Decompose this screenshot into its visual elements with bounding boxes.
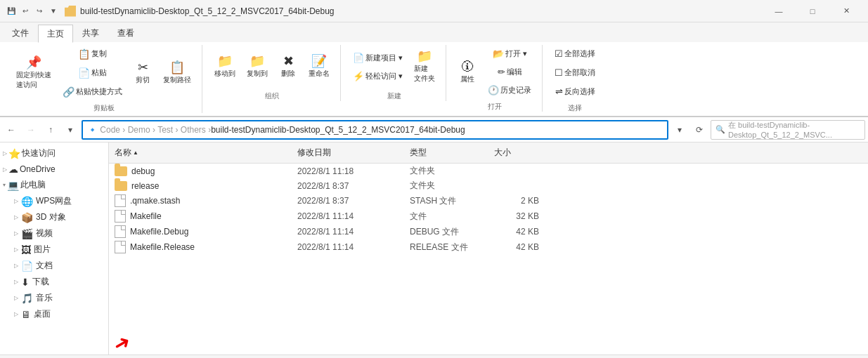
col-header-name[interactable]: 名称 ▲ — [109, 145, 292, 160]
easy-access-icon: ⚡ — [353, 72, 364, 81]
wps-cloud-icon: 🌐 — [21, 196, 33, 207]
history-button[interactable]: 🕐 历史记录 — [483, 81, 536, 99]
refresh-dropdown-button[interactable]: ▾ — [671, 121, 688, 138]
file-row-qmake[interactable]: .qmake.stash 2022/8/1 8:37 STASH 文件 2 KB — [109, 193, 868, 208]
tab-share[interactable]: 共享 — [73, 24, 108, 42]
sidebar-item-images[interactable]: ▷ 🖼 图片 — [0, 241, 108, 258]
move-to-button[interactable]: 📁 移动到 — [209, 51, 240, 82]
title-bar-window-icons: 💾 ↩ ↪ ▼ — [6, 6, 59, 17]
select-all-button[interactable]: ☑ 全部选择 — [550, 45, 600, 62]
copy-to-icon: 📁 — [250, 55, 265, 67]
sidebar-item-downloads[interactable]: ▷ ⬇ 下载 — [0, 274, 108, 290]
sidebar-item-quick-access[interactable]: ▷ ⭐ 快速访问 — [0, 145, 108, 161]
col-header-type[interactable]: 类型 — [404, 145, 488, 160]
status-bar: 6 个项目 CSDN @Cappuccino-jay — [0, 354, 868, 358]
edit-icon: ✏ — [498, 67, 505, 77]
invert-selection-button[interactable]: ⇌ 反向选择 — [550, 83, 600, 100]
file-row-makefile-release[interactable]: Makefile.Release 2022/8/1 11:14 RELEASE … — [109, 239, 868, 255]
sidebar-item-video[interactable]: ▷ 🎬 视频 — [0, 225, 108, 241]
window-icon-undo[interactable]: ↩ — [20, 6, 31, 17]
file-size-makefile-release: 42 KB — [488, 242, 545, 252]
cut-button[interactable]: ✂ 剪切 — [129, 58, 157, 88]
paste-shortcut-button[interactable]: 🔗 粘贴快捷方式 — [58, 83, 127, 100]
documents-icon: 📄 — [21, 260, 33, 272]
file-doc-icon — [115, 241, 126, 253]
paste-button[interactable]: 📄 粘贴 — [58, 64, 127, 81]
copy-button[interactable]: 📋 复制 — [58, 45, 127, 62]
file-date-makefile-debug: 2022/8/1 11:14 — [292, 227, 404, 237]
ribbon: 文件 主页 共享 查看 📌 固定到快速速访问 📋 复制 📄 — [0, 22, 868, 117]
sidebar-item-3d-objects[interactable]: ▷ 📦 3D 对象 — [0, 209, 108, 225]
sidebar-item-wps-cloud[interactable]: ▷ 🌐 WPS网盘 — [0, 193, 108, 209]
properties-button[interactable]: 🛈 属性 — [453, 57, 481, 88]
file-row-makefile[interactable]: Makefile 2022/8/1 11:14 文件 32 KB — [109, 208, 868, 224]
new-folder-button[interactable]: 📁 新建文件夹 — [409, 46, 440, 87]
up-button[interactable]: ↑ — [42, 121, 59, 138]
3d-objects-label: 3D 对象 — [36, 211, 66, 223]
window-icon-save[interactable]: 💾 — [6, 6, 17, 17]
sidebar-item-music[interactable]: ▷ 🎵 音乐 — [0, 290, 108, 306]
sidebar-item-desktop[interactable]: ▷ 🖥 桌面 — [0, 306, 108, 322]
col-header-size[interactable]: 大小 — [488, 145, 545, 160]
delete-button[interactable]: ✖ 删除 — [274, 51, 302, 82]
maximize-button[interactable]: □ — [796, 0, 829, 22]
tab-home[interactable]: 主页 — [38, 25, 73, 43]
refresh-button[interactable]: ⟳ — [691, 121, 708, 138]
this-pc-icon: 💻 — [7, 180, 19, 191]
col-header-date[interactable]: 修改日期 — [292, 145, 404, 160]
file-row-makefile-debug[interactable]: Makefile.Debug 2022/8/1 11:14 DEBUG 文件 4… — [109, 224, 868, 239]
copy-path-button[interactable]: 📋 复制路径 — [158, 58, 196, 88]
edit-button[interactable]: ✏ 编辑 — [483, 63, 536, 81]
folder-icon — [115, 181, 127, 191]
search-icon: 🔍 — [715, 125, 725, 134]
file-row-debug[interactable]: debug 2022/8/1 11:18 文件夹 — [109, 164, 868, 178]
file-date-makefile: 2022/8/1 11:14 — [292, 211, 404, 221]
file-type-debug: 文件夹 — [404, 165, 488, 177]
ribbon-content: 📌 固定到快速速访问 📋 复制 📄 粘贴 🔗 粘贴快捷方式 — [0, 42, 868, 117]
video-icon: 🎬 — [21, 228, 33, 239]
title-folder-icon — [65, 6, 76, 17]
breadcrumb-current: build-testDynamiclib-Desktop_Qt_5_12_2_M… — [211, 125, 465, 135]
tab-file[interactable]: 文件 — [3, 24, 38, 42]
recent-locations-button[interactable]: ▾ — [62, 121, 79, 138]
breadcrumb-bar[interactable]: 🔹 Code › Demo › Test › Others › build-te… — [82, 120, 668, 140]
easy-access-button[interactable]: ⚡ 轻松访问 ▾ — [348, 67, 408, 85]
file-header: 名称 ▲ 修改日期 类型 大小 — [109, 142, 868, 164]
select-group-label: 选择 — [568, 100, 582, 113]
new-item-icon: 📄 — [353, 53, 364, 62]
expand-icon: ▷ — [14, 263, 18, 269]
file-type-release: 文件夹 — [404, 180, 488, 192]
organize-buttons: 📁 移动到 📁 复制到 ✖ 删除 📝 重命名 — [209, 45, 335, 88]
3d-objects-icon: 📦 — [21, 212, 33, 223]
expand-icon: ▾ — [3, 182, 6, 188]
file-size-makefile: 32 KB — [488, 211, 545, 221]
file-row-release[interactable]: release 2022/8/1 8:37 文件夹 — [109, 178, 868, 193]
file-size-makefile-debug: 42 KB — [488, 227, 545, 237]
rename-button[interactable]: 📝 重命名 — [304, 51, 335, 82]
sidebar-item-documents[interactable]: ▷ 📄 文档 — [0, 258, 108, 274]
file-name-makefile-debug: Makefile.Debug — [109, 225, 292, 238]
sidebar-item-this-pc[interactable]: ▾ 💻 此电脑 — [0, 177, 108, 193]
tab-view[interactable]: 查看 — [108, 24, 143, 42]
close-button[interactable]: ✕ — [830, 0, 862, 22]
pin-to-quick-access-button[interactable]: 📌 固定到快速速访问 — [11, 53, 56, 93]
window-icon-down[interactable]: ▼ — [48, 6, 59, 17]
move-icon: 📁 — [217, 55, 233, 67]
copy-to-button[interactable]: 📁 复制到 — [242, 51, 273, 82]
ribbon-group-new: 📄 新建项目 ▾ ⚡ 轻松访问 ▾ 📁 新建文件夹 新建 — [342, 45, 446, 101]
sidebar: ▷ ⭐ 快速访问 ▷ ☁ OneDrive ▾ 💻 此电脑 ▷ 🌐 WPS网盘 … — [0, 142, 109, 354]
search-bar[interactable]: 🔍 在 build-testDynamiclib-Desktop_Qt_5_12… — [711, 120, 865, 140]
expand-icon: ▷ — [14, 214, 18, 220]
file-doc-icon — [115, 225, 126, 238]
minimize-button[interactable]: — — [763, 0, 795, 22]
expand-icon: ▷ — [14, 295, 18, 301]
window-icon-redo[interactable]: ↪ — [34, 6, 45, 17]
ribbon-tabs: 文件 主页 共享 查看 — [0, 22, 868, 42]
deselect-all-button[interactable]: ☐ 全部取消 — [550, 64, 600, 81]
sidebar-item-onedrive[interactable]: ▷ ☁ OneDrive — [0, 161, 108, 177]
back-button[interactable]: ← — [3, 121, 20, 138]
file-type-makefile-release: RELEASE 文件 — [404, 241, 488, 253]
new-item-button[interactable]: 📄 新建项目 ▾ — [348, 49, 408, 67]
forward-button: → — [22, 121, 39, 138]
open-button[interactable]: 📂 打开 ▾ — [483, 45, 536, 62]
